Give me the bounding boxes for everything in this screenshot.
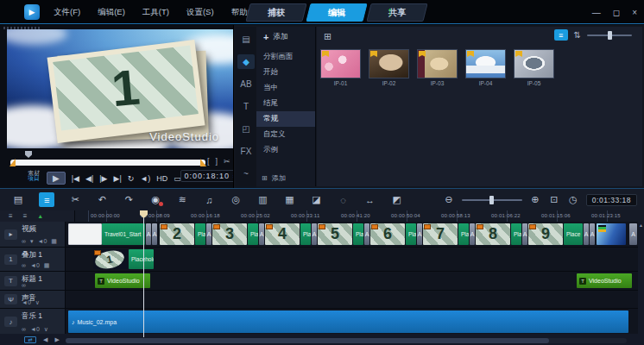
project-duration-icon[interactable]: ◷ [567, 192, 579, 207]
motion-tracking-button[interactable]: ◎ [230, 192, 242, 207]
fit-project-button[interactable]: ↔ [363, 192, 376, 207]
split-screen-creator-button[interactable]: ▦ [283, 192, 295, 207]
link-icon[interactable]: ∞ [22, 262, 26, 269]
instant-project-icon[interactable]: ◆ [237, 54, 255, 69]
horizontal-scrollbar[interactable] [66, 338, 627, 343]
menu-tools[interactable]: 工具(T) [142, 7, 169, 18]
track-header-music[interactable]: ♪音乐 1∞◄0∨ [0, 309, 66, 335]
volume-zero-icon[interactable]: ◄0 [38, 238, 47, 245]
track-lane[interactable] [66, 291, 644, 308]
record-capture-button[interactable]: ◉ [149, 192, 161, 207]
motion-path-icon[interactable]: ~ [237, 166, 255, 181]
project-duration[interactable]: 0:01:33:18 [586, 194, 637, 206]
filters-icon[interactable]: FX [237, 144, 255, 159]
clip-number[interactable]: 6 [370, 223, 405, 245]
category-item[interactable]: 自定义 [256, 127, 315, 142]
trim-end-handle[interactable] [200, 159, 206, 166]
swap-tracks-icon[interactable]: ⇄ [24, 336, 36, 343]
redo-button[interactable]: ↷ [123, 192, 135, 207]
template-thumbnail[interactable]: IP-05 [514, 49, 554, 86]
transparency-grid-icon[interactable]: ▦ [44, 262, 50, 269]
prev-frame-button[interactable]: ◀| [85, 174, 93, 183]
tab-share[interactable]: 共享 [366, 3, 427, 22]
zoom-in-button[interactable]: ⊕ [529, 192, 541, 207]
media-library-icon[interactable]: ▤ [237, 32, 255, 47]
restore-button[interactable]: ◻ [613, 8, 620, 17]
category-item[interactable]: 结尾 [256, 96, 315, 111]
track-header-title[interactable]: T标题 1∞ [0, 272, 66, 290]
seek-start-button[interactable]: |◀ [72, 174, 79, 183]
sort-icon[interactable]: ⇅ [574, 30, 581, 40]
scrubber-marker[interactable] [25, 151, 32, 158]
link-icon[interactable]: ∞ [22, 238, 26, 245]
clip-green[interactable]: Pla [406, 223, 416, 245]
clip-number[interactable]: 8 [476, 223, 510, 245]
scroll-up-icon[interactable]: ▲ [639, 223, 643, 228]
menu-edit[interactable]: 编辑(E) [98, 7, 125, 18]
volume-button[interactable]: ◄) [140, 174, 150, 183]
link-icon[interactable]: ∞ [22, 326, 26, 333]
clip-transition[interactable]: A [259, 223, 264, 245]
clip-photo[interactable]: 1 [93, 249, 128, 269]
subtitle-editor-button[interactable]: ▥ [256, 192, 268, 207]
clip-green[interactable]: Placehold [129, 249, 154, 269]
tab-capture[interactable]: 捕获 [245, 3, 306, 22]
automix-icon[interactable]: ▲ [37, 213, 43, 219]
clip-music[interactable]: ♪Music_02.mpa [68, 310, 628, 333]
playhead-line[interactable] [143, 210, 144, 337]
clip-number[interactable]: 9 [528, 223, 563, 245]
volume-zero-icon[interactable]: ◄0 [30, 262, 40, 269]
transparency-grid-icon[interactable]: ▦ [51, 238, 57, 245]
track-header-video[interactable]: ▸视频∞▾◄0▦ [0, 222, 66, 247]
split-clip-button[interactable]: ✂ [224, 157, 230, 166]
clip-transition[interactable]: A [417, 223, 422, 245]
graphics-icon[interactable]: ◰ [237, 122, 255, 136]
clip-number[interactable]: 3 [212, 223, 247, 245]
clip-number[interactable]: 2 [160, 223, 194, 245]
clip-green[interactable]: Pla [248, 223, 258, 245]
trim-tools-button[interactable]: ✂ [69, 192, 81, 207]
hd-preview-button[interactable]: HD [156, 174, 167, 183]
vertical-scrollbar[interactable]: ▲ [638, 222, 644, 335]
clip-green[interactable]: Pla [195, 223, 205, 245]
volume-zero-icon[interactable]: ◄0 [30, 326, 40, 333]
track-header-voice[interactable]: Ψ声音◄0∨ [0, 291, 66, 308]
lasso-select-button[interactable]: ◌ [337, 192, 349, 207]
add-folder-icon[interactable]: ⊞ [324, 31, 331, 42]
clip-green[interactable]: Pla [458, 223, 469, 245]
track-manager-icon[interactable]: ≡ [9, 212, 13, 220]
template-thumbnail[interactable]: IP-02 [369, 49, 409, 86]
clip-green[interactable]: Place [564, 223, 583, 245]
scroll-right-icon[interactable]: ▶ [54, 336, 59, 343]
auto-music-button[interactable]: ♫ [203, 192, 215, 207]
close-button[interactable]: × [632, 8, 637, 17]
clip-transition[interactable]: A [629, 223, 637, 245]
repeat-button[interactable]: ↻ [128, 174, 135, 183]
slider-thumb[interactable] [608, 31, 612, 40]
volume-zero-icon[interactable]: ◄0 [22, 299, 31, 306]
track-lane[interactable]: 1Placehold [66, 248, 644, 271]
trim-bar[interactable] [10, 160, 205, 166]
timeline-view-button[interactable]: ≡ [39, 192, 54, 207]
clip-green[interactable]: Pla [511, 223, 521, 245]
thumbnail-size-slider[interactable] [587, 34, 632, 36]
titles-icon[interactable]: T [237, 99, 255, 114]
seek-end-button[interactable]: ▶| [114, 174, 122, 183]
clip-transition[interactable]: A [152, 223, 157, 245]
clip-transition[interactable]: A [364, 223, 369, 245]
clip-transition[interactable]: A [470, 223, 475, 245]
add-track-icon[interactable]: ≡ [23, 212, 28, 220]
chevron-icon[interactable]: ∨ [35, 299, 40, 306]
clip-end[interactable] [597, 223, 626, 245]
category-item[interactable]: 常规 [256, 111, 315, 127]
track-lane[interactable]: TVideoStudioTVideoStudio [66, 272, 644, 290]
undo-button[interactable]: ↶ [96, 192, 108, 207]
track-transparency-button[interactable]: ◩ [390, 192, 402, 207]
zoom-out-button[interactable]: ⊖ [443, 192, 455, 207]
import-template-button[interactable]: ⊞ 添加 [262, 173, 286, 183]
clip-transition[interactable]: A [146, 223, 151, 245]
track-header-overlay[interactable]: 1叠加 1∞◄0▦ [0, 248, 66, 271]
clip-transition[interactable]: A [584, 223, 589, 245]
clip-white[interactable] [68, 223, 102, 245]
clip-number[interactable]: 5 [318, 223, 352, 245]
